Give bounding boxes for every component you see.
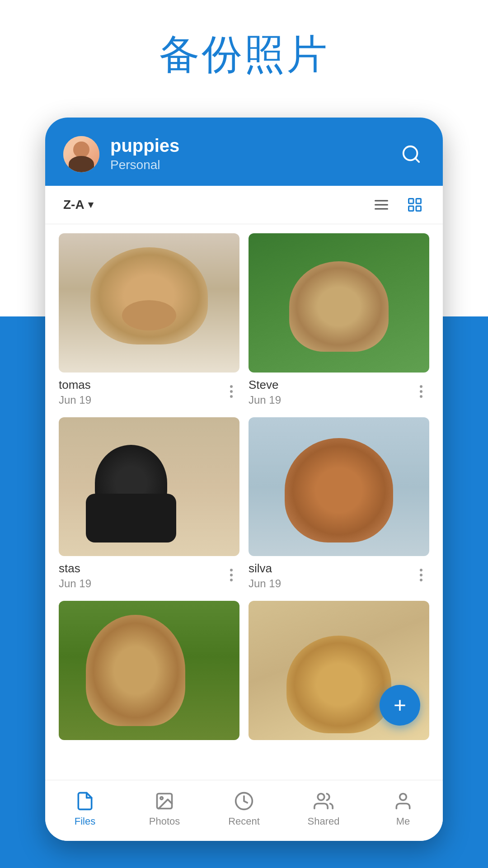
sort-bar: Z-A ▾ (45, 186, 443, 224)
file-date: Jun 19 (59, 394, 223, 406)
nav-label-photos: Photos (149, 816, 180, 827)
file-name: tomas (59, 378, 223, 392)
me-icon (391, 789, 415, 813)
file-more-button[interactable] (223, 561, 239, 589)
svg-rect-8 (416, 206, 421, 211)
header-info: puppies Personal (110, 136, 398, 172)
more-options-icon (420, 569, 422, 581)
more-options-icon (230, 385, 233, 398)
list-view-button[interactable] (371, 195, 391, 215)
files-icon (73, 789, 97, 813)
svg-point-12 (318, 794, 324, 801)
phone-frame: puppies Personal Z-A ▾ (45, 118, 443, 841)
file-thumbnail (249, 417, 429, 557)
list-item[interactable] (59, 601, 239, 740)
more-options-icon (230, 569, 233, 581)
list-item[interactable]: Steve Jun 19 (249, 233, 429, 408)
sort-value: Z-A (63, 198, 84, 212)
svg-point-10 (160, 797, 163, 800)
list-item[interactable]: silva Jun 19 (249, 417, 429, 592)
file-thumbnail (59, 601, 239, 740)
sort-selector[interactable]: Z-A ▾ (63, 198, 93, 212)
nav-item-photos[interactable]: Photos (125, 785, 204, 832)
search-button[interactable] (398, 141, 425, 168)
svg-point-13 (400, 794, 407, 801)
file-more-button[interactable] (413, 561, 429, 589)
file-meta: tomas Jun 19 (59, 373, 239, 408)
list-item[interactable]: tomas Jun 19 (59, 233, 239, 408)
nav-label-recent: Recent (228, 816, 260, 827)
svg-rect-7 (409, 206, 414, 211)
bottom-navigation: Files Photos Recent (45, 780, 443, 841)
nav-item-shared[interactable]: Shared (284, 785, 363, 832)
app-header: puppies Personal (45, 118, 443, 186)
file-name: stas (59, 561, 223, 576)
grid-view-button[interactable] (405, 195, 425, 215)
chevron-down-icon: ▾ (88, 199, 93, 211)
file-more-button[interactable] (413, 378, 429, 405)
header-account-type: Personal (110, 158, 398, 172)
file-meta: silva Jun 19 (249, 556, 429, 592)
file-date: Jun 19 (249, 577, 413, 590)
file-date: Jun 19 (249, 394, 413, 406)
svg-rect-5 (409, 199, 414, 204)
view-toggle (371, 195, 425, 215)
add-file-button[interactable]: + (380, 685, 420, 726)
file-date: Jun 19 (59, 577, 223, 590)
page-title: 备份照片 (0, 27, 488, 82)
recent-icon (232, 789, 256, 813)
header-username: puppies (110, 136, 398, 156)
files-grid: tomas Jun 19 Steve Jun 19 (45, 224, 443, 780)
file-name: Steve (249, 378, 413, 392)
nav-item-me[interactable]: Me (363, 785, 443, 832)
nav-label-files: Files (75, 816, 95, 827)
page-title-area: 备份照片 (0, 27, 488, 82)
file-meta: stas Jun 19 (59, 556, 239, 592)
file-meta: Steve Jun 19 (249, 373, 429, 408)
nav-item-files[interactable]: Files (45, 785, 125, 832)
photos-icon (153, 789, 176, 813)
more-options-icon (420, 385, 422, 398)
shared-icon (312, 789, 335, 813)
svg-line-1 (415, 158, 419, 161)
nav-item-recent[interactable]: Recent (204, 785, 284, 832)
file-name: silva (249, 561, 413, 576)
file-thumbnail (59, 417, 239, 557)
nav-label-shared: Shared (308, 816, 340, 827)
nav-label-me: Me (396, 816, 410, 827)
avatar[interactable] (63, 136, 99, 172)
file-more-button[interactable] (223, 378, 239, 405)
add-icon: + (394, 694, 406, 716)
file-thumbnail (249, 233, 429, 373)
list-item[interactable]: stas Jun 19 (59, 417, 239, 592)
file-thumbnail (59, 233, 239, 373)
svg-rect-6 (416, 199, 421, 204)
